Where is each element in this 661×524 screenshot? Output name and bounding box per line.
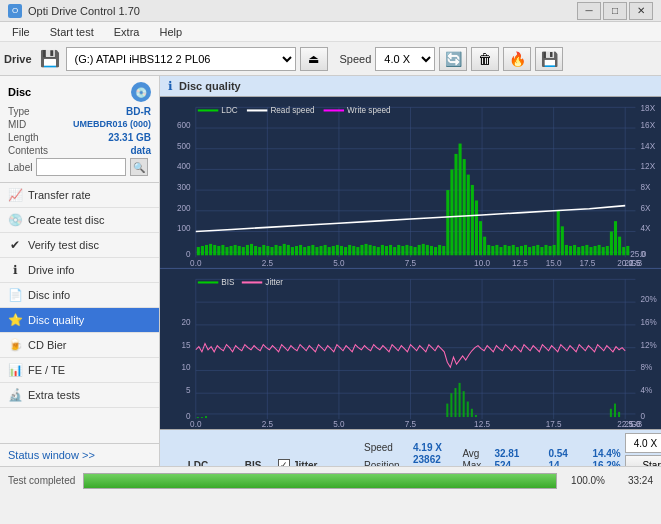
svg-text:10.0: 10.0 — [474, 259, 490, 268]
disc-quality-header: ℹ Disc quality — [160, 76, 661, 97]
svg-text:5: 5 — [186, 386, 191, 395]
svg-text:7.5: 7.5 — [405, 420, 417, 429]
disc-info-icon: 📄 — [8, 288, 22, 302]
erase-button[interactable]: 🗑 — [471, 47, 499, 71]
sidebar-item-drive-info[interactable]: ℹ Drive info — [0, 258, 159, 283]
speed-select[interactable]: 4.0 X — [375, 47, 435, 71]
svg-rect-42 — [201, 246, 204, 255]
drive-select[interactable]: (G:) ATAPI iHBS112 2 PL06 — [66, 47, 296, 71]
menu-file[interactable]: File — [4, 24, 38, 40]
toolbar: Drive 💾 (G:) ATAPI iHBS112 2 PL06 ⏏ Spee… — [0, 42, 661, 76]
drive-info-icon: ℹ — [8, 263, 22, 277]
svg-rect-143 — [614, 221, 617, 255]
svg-rect-53 — [246, 245, 249, 255]
disc-panel: Disc 💿 Type BD-R MID UMEBDR016 (000) Len… — [0, 76, 159, 183]
svg-rect-189 — [197, 417, 199, 418]
svg-rect-60 — [275, 245, 278, 255]
jitter-checkbox[interactable]: ✓ — [278, 459, 290, 466]
minimize-button[interactable]: ─ — [577, 2, 601, 20]
menu-help[interactable]: Help — [151, 24, 190, 40]
svg-rect-89 — [393, 247, 396, 255]
svg-rect-198 — [471, 408, 473, 416]
svg-rect-99 — [434, 247, 437, 255]
svg-rect-196 — [463, 391, 465, 417]
save-button[interactable]: 💾 — [535, 47, 563, 71]
fe-te-label: FE / TE — [28, 364, 65, 376]
svg-rect-147 — [198, 109, 218, 111]
svg-rect-145 — [622, 247, 625, 255]
sidebar-item-extra-tests[interactable]: 🔬 Extra tests — [0, 383, 159, 408]
label-input[interactable] — [36, 158, 126, 176]
svg-text:16%: 16% — [641, 318, 658, 327]
sidebar-item-cd-bier[interactable]: 🍺 CD Bier — [0, 333, 159, 358]
svg-text:Jitter: Jitter — [265, 277, 283, 286]
svg-rect-73 — [328, 247, 331, 255]
titlebar-controls: ─ □ ✕ — [577, 2, 653, 20]
close-button[interactable]: ✕ — [629, 2, 653, 20]
avg-ldc: 32.81 — [494, 448, 544, 459]
refresh-button[interactable]: 🔄 — [439, 47, 467, 71]
sidebar-item-verify-test-disc[interactable]: ✔ Verify test disc — [0, 233, 159, 258]
svg-text:100: 100 — [177, 224, 191, 233]
svg-rect-54 — [250, 244, 253, 255]
svg-rect-55 — [254, 246, 257, 255]
sidebar-item-create-test-disc[interactable]: 💿 Create test disc — [0, 208, 159, 233]
svg-text:7.5: 7.5 — [405, 259, 417, 268]
menu-start-test[interactable]: Start test — [42, 24, 102, 40]
sidebar-item-fe-te[interactable]: 📊 FE / TE — [0, 358, 159, 383]
burn-button[interactable]: 🔥 — [503, 47, 531, 71]
maximize-button[interactable]: □ — [603, 2, 627, 20]
svg-rect-128 — [553, 245, 556, 255]
type-value: BD-R — [126, 106, 151, 117]
svg-rect-118 — [512, 245, 515, 255]
eject-button[interactable]: ⏏ — [300, 47, 328, 71]
transfer-rate-label: Transfer rate — [28, 189, 91, 201]
svg-rect-76 — [340, 246, 343, 255]
sidebar-item-transfer-rate[interactable]: 📈 Transfer rate — [0, 183, 159, 208]
svg-text:6X: 6X — [641, 204, 652, 213]
svg-rect-119 — [516, 247, 519, 255]
svg-rect-123 — [532, 246, 535, 255]
svg-rect-58 — [266, 246, 269, 255]
svg-text:10: 10 — [182, 363, 192, 372]
start-full-button[interactable]: Start full — [625, 455, 661, 466]
drive-label: Drive — [4, 53, 32, 65]
verify-disc-icon: ✔ — [8, 238, 22, 252]
svg-rect-117 — [508, 246, 511, 255]
svg-rect-138 — [594, 246, 597, 255]
svg-rect-197 — [467, 401, 469, 417]
disc-info-label: Disc info — [28, 289, 70, 301]
svg-rect-86 — [381, 245, 384, 255]
svg-rect-120 — [520, 246, 523, 255]
cd-bier-icon: 🍺 — [8, 338, 22, 352]
disc-quality-title: Disc quality — [179, 80, 241, 92]
svg-rect-50 — [234, 245, 237, 255]
menu-extra[interactable]: Extra — [106, 24, 148, 40]
test-speed-select[interactable]: 4.0 X — [625, 433, 661, 453]
svg-text:15.0: 15.0 — [546, 259, 562, 268]
progress-percent: 100.0% — [565, 475, 605, 486]
svg-text:5.0: 5.0 — [333, 420, 345, 429]
app-title: Opti Drive Control 1.70 — [28, 5, 140, 17]
svg-rect-67 — [303, 247, 306, 255]
svg-rect-192 — [446, 403, 448, 416]
svg-rect-146 — [626, 246, 629, 255]
svg-rect-84 — [373, 246, 376, 255]
contents-value: data — [130, 145, 151, 156]
sidebar-item-disc-quality[interactable]: ⭐ Disc quality — [0, 308, 159, 333]
status-window-label: Status window >> — [8, 449, 95, 461]
status-window-button[interactable]: Status window >> — [0, 443, 159, 466]
sidebar-item-disc-info[interactable]: 📄 Disc info — [0, 283, 159, 308]
svg-text:12.5: 12.5 — [512, 259, 528, 268]
svg-text:4%: 4% — [641, 386, 653, 395]
svg-rect-106 — [463, 159, 466, 255]
svg-rect-141 — [606, 246, 609, 255]
svg-rect-201 — [614, 403, 616, 416]
ldc-header: LDC — [188, 460, 209, 466]
svg-rect-200 — [610, 408, 612, 416]
svg-text:20: 20 — [182, 318, 192, 327]
svg-text:20%: 20% — [641, 295, 658, 304]
label-search-button[interactable]: 🔍 — [130, 158, 148, 176]
svg-rect-97 — [426, 245, 429, 255]
jitter-header: Jitter — [293, 460, 317, 466]
